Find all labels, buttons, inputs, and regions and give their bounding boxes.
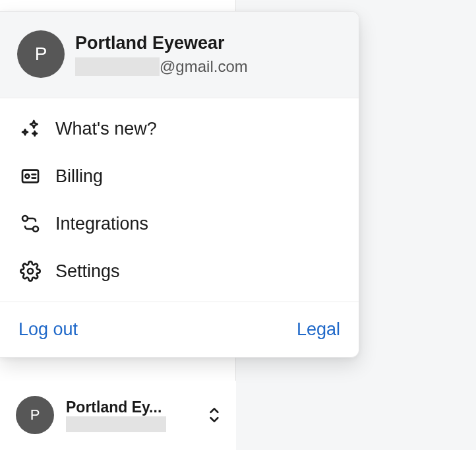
switcher-name: Portland Ey... [66, 399, 194, 416]
switcher-email [66, 416, 194, 432]
avatar: P [17, 30, 65, 78]
menu-footer: Log out Legal [0, 302, 359, 357]
avatar-initial: P [35, 44, 47, 65]
redacted-block [75, 57, 160, 76]
account-info: Portland Eyewear @gmail.com [75, 32, 248, 76]
account-menu: P Portland Eyewear @gmail.com What's new… [0, 11, 359, 358]
logout-link[interactable]: Log out [18, 319, 78, 340]
menu-item-label: Billing [55, 166, 103, 187]
menu-item-billing[interactable]: Billing [0, 152, 359, 200]
menu-list: What's new? Billing [0, 98, 359, 302]
avatar: P [16, 396, 54, 434]
avatar-initial: P [30, 406, 40, 424]
svg-point-4 [28, 269, 33, 274]
email-suffix: @gmail.com [160, 57, 248, 76]
account-switcher[interactable]: P Portland Ey... [0, 381, 236, 450]
menu-item-settings[interactable]: Settings [0, 247, 359, 295]
gear-icon [20, 261, 41, 282]
redacted-block [66, 416, 166, 432]
switcher-info: Portland Ey... [66, 399, 194, 432]
menu-item-label: What's new? [55, 119, 157, 139]
chevron-updown-icon [206, 405, 223, 425]
svg-point-1 [25, 174, 29, 178]
billing-icon [20, 166, 41, 187]
account-email: @gmail.com [75, 57, 248, 76]
sparkle-icon [20, 118, 41, 139]
account-name: Portland Eyewear [75, 32, 248, 53]
menu-item-label: Settings [55, 261, 120, 282]
menu-item-label: Integrations [55, 214, 148, 234]
integrations-icon [20, 213, 41, 234]
legal-link[interactable]: Legal [297, 319, 340, 340]
menu-item-whats-new[interactable]: What's new? [0, 105, 359, 152]
account-header: P Portland Eyewear @gmail.com [0, 12, 359, 98]
menu-item-integrations[interactable]: Integrations [0, 200, 359, 247]
